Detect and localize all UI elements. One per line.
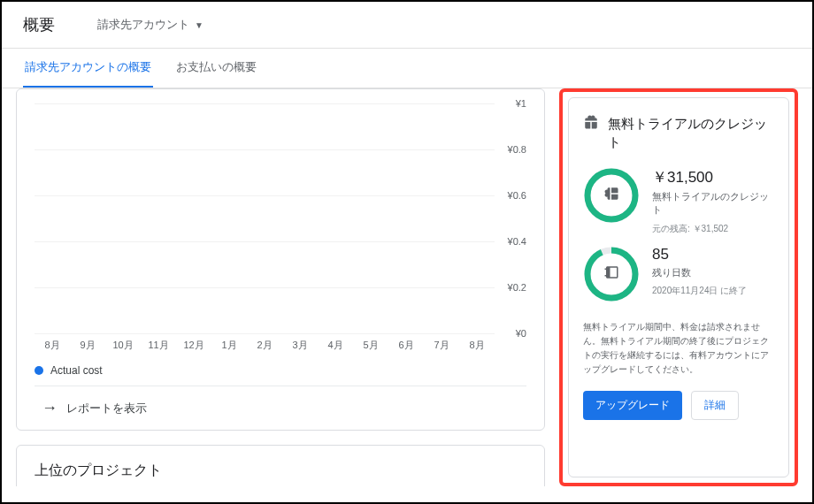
- free-trial-credit-card: 無料トライアルのクレジット ￥31,500 無料トライアルのクレジット 元の残高…: [568, 97, 789, 477]
- x-tick: 9月: [70, 339, 105, 352]
- x-tick: 8月: [35, 339, 70, 352]
- arrow-right-icon: →: [42, 399, 58, 417]
- tab-payment-overview[interactable]: お支払いの概要: [174, 49, 258, 88]
- x-tick: 10月: [105, 339, 141, 352]
- x-tick: 1月: [211, 339, 247, 352]
- x-tick: 7月: [424, 339, 459, 352]
- x-tick: 2月: [247, 339, 282, 352]
- x-tick: 4月: [318, 339, 353, 352]
- page-title: 概要: [23, 14, 55, 35]
- days-remaining: 85: [652, 246, 774, 263]
- highlight-frame: 無料トライアルのクレジット ￥31,500 無料トライアルのクレジット 元の残高…: [559, 88, 798, 486]
- credit-label: 無料トライアルのクレジット: [652, 190, 774, 218]
- legend-label: Actual cost: [50, 364, 103, 377]
- y-tick: ¥1: [516, 98, 526, 109]
- y-tick: ¥0.4: [508, 236, 526, 247]
- x-tick: 8月: [459, 339, 495, 352]
- days-stat: 85 残り日数 2020年11月24日 に終了: [583, 246, 774, 302]
- credit-original: 元の残高: ￥31,502: [652, 223, 774, 235]
- top-projects-card: 上位のプロジェクト 2019/08/01～2020/08/31: [16, 445, 545, 486]
- gift-icon: [583, 114, 599, 134]
- view-report-label: レポートを表示: [66, 401, 147, 416]
- cost-chart-card: ¥1 ¥0.8 ¥0.6 ¥0.4 ¥0.2 ¥0 8月 9月 10月 11月 …: [16, 88, 545, 431]
- chart-legend: Actual cost: [35, 364, 526, 377]
- upgrade-button[interactable]: アップグレード: [583, 391, 682, 420]
- credit-stat: ￥31,500 無料トライアルのクレジット 元の残高: ￥31,502: [583, 167, 774, 235]
- view-report-link[interactable]: → レポートを表示: [35, 386, 526, 430]
- y-tick: ¥0.2: [508, 282, 526, 293]
- credit-progress-ring: [583, 167, 640, 224]
- x-tick: 12月: [176, 339, 211, 352]
- tab-account-overview[interactable]: 請求先アカウントの概要: [23, 49, 153, 88]
- x-tick: 3月: [282, 339, 318, 352]
- legend-dot-icon: [35, 366, 43, 375]
- billing-account-selector[interactable]: 請求先アカウント ▼: [97, 17, 204, 33]
- account-selector-label: 請求先アカウント: [97, 17, 189, 33]
- details-button[interactable]: 詳細: [691, 391, 739, 420]
- y-tick: ¥0.6: [508, 190, 526, 201]
- x-axis-labels: 8月 9月 10月 11月 12月 1月 2月 3月 4月 5月 6月 7月 8…: [35, 339, 526, 352]
- x-tick: 11月: [141, 339, 176, 352]
- credit-amount: ￥31,500: [652, 167, 774, 187]
- calendar-icon: [603, 264, 619, 284]
- top-projects-date-range: 2019/08/01～2020/08/31: [35, 485, 526, 486]
- y-tick: ¥0.8: [508, 144, 526, 155]
- trial-note: 無料トライアル期間中、料金は請求されません。無料トライアル期間の終了後にプロジェ…: [583, 320, 774, 377]
- x-tick: 5月: [353, 339, 388, 352]
- days-progress-ring: [583, 246, 640, 302]
- trial-title: 無料トライアルのクレジット: [608, 114, 774, 151]
- days-end-date: 2020年11月24日 に終了: [652, 285, 774, 297]
- chevron-down-icon: ▼: [195, 20, 204, 30]
- x-tick: 6月: [388, 339, 424, 352]
- y-tick: ¥0: [516, 328, 526, 339]
- days-label: 残り日数: [652, 266, 774, 279]
- cost-chart: ¥1 ¥0.8 ¥0.6 ¥0.4 ¥0.2 ¥0: [35, 103, 526, 333]
- top-projects-title: 上位のプロジェクト: [35, 462, 526, 480]
- gift-icon: [603, 186, 619, 205]
